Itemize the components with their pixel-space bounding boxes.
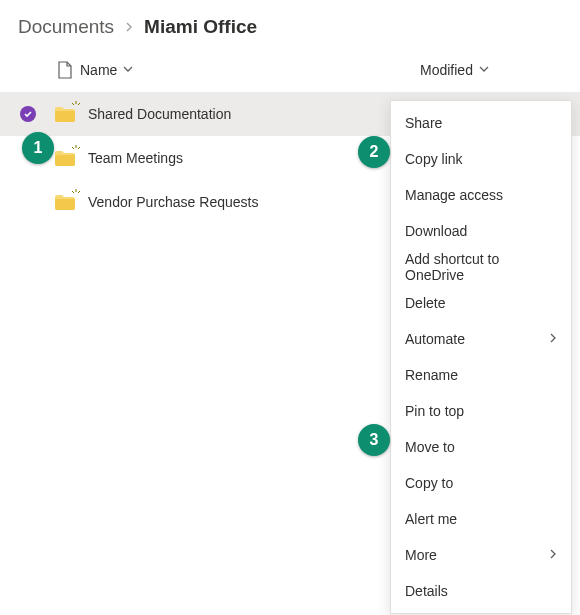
column-header-name-label: Name — [80, 62, 117, 78]
breadcrumb-parent[interactable]: Documents — [18, 16, 114, 38]
menu-item-details[interactable]: Details — [391, 573, 571, 609]
chevron-down-icon — [123, 64, 133, 76]
menu-item-alert-me[interactable]: Alert me — [391, 501, 571, 537]
step-badge-3: 3 — [358, 424, 390, 456]
file-type-header-icon[interactable] — [50, 61, 80, 79]
column-header-modified[interactable]: Modified — [420, 62, 580, 78]
folder-name[interactable]: Team Meetings — [88, 150, 183, 166]
menu-item-automate[interactable]: Automate — [391, 321, 571, 357]
menu-item-label: Add shortcut to OneDrive — [405, 251, 557, 283]
check-circle-icon — [20, 106, 36, 122]
folder-name[interactable]: Shared Documentation — [88, 106, 231, 122]
menu-item-label: Copy to — [405, 475, 453, 491]
menu-item-label: Download — [405, 223, 467, 239]
column-header-name[interactable]: Name — [80, 62, 420, 78]
chevron-down-icon — [479, 64, 489, 76]
menu-item-label: Alert me — [405, 511, 457, 527]
svg-line-8 — [78, 147, 80, 149]
breadcrumb: Documents Miami Office — [0, 0, 580, 48]
svg-line-2 — [78, 103, 80, 105]
menu-item-label: Copy link — [405, 151, 463, 167]
breadcrumb-current: Miami Office — [144, 16, 257, 38]
menu-item-copy-link[interactable]: Copy link — [391, 141, 571, 177]
menu-item-label: More — [405, 547, 437, 563]
table-header: Name Modified — [0, 48, 580, 92]
svg-line-1 — [72, 103, 74, 105]
menu-item-pin-to-top[interactable]: Pin to top — [391, 393, 571, 429]
menu-item-more[interactable]: More — [391, 537, 571, 573]
context-menu: ShareCopy linkManage accessDownloadAdd s… — [390, 100, 572, 614]
menu-item-download[interactable]: Download — [391, 213, 571, 249]
menu-item-label: Share — [405, 115, 442, 131]
menu-item-share[interactable]: Share — [391, 105, 571, 141]
menu-item-label: Pin to top — [405, 403, 464, 419]
menu-item-label: Manage access — [405, 187, 503, 203]
menu-item-label: Automate — [405, 331, 465, 347]
step-badge-1: 1 — [22, 132, 54, 164]
menu-item-label: Delete — [405, 295, 445, 311]
menu-item-label: Rename — [405, 367, 458, 383]
chevron-right-icon — [124, 19, 134, 35]
menu-item-copy-to[interactable]: Copy to — [391, 465, 571, 501]
column-header-modified-label: Modified — [420, 62, 473, 78]
chevron-right-icon — [549, 548, 557, 562]
menu-item-rename[interactable]: Rename — [391, 357, 571, 393]
folder-name[interactable]: Vendor Purchase Requests — [88, 194, 258, 210]
menu-item-add-shortcut-to-onedrive[interactable]: Add shortcut to OneDrive — [391, 249, 571, 285]
menu-item-manage-access[interactable]: Manage access — [391, 177, 571, 213]
svg-line-10 — [72, 191, 74, 193]
row-select[interactable] — [20, 106, 50, 122]
chevron-right-icon — [549, 332, 557, 346]
menu-item-label: Move to — [405, 439, 455, 455]
menu-item-delete[interactable]: Delete — [391, 285, 571, 321]
svg-line-11 — [78, 191, 80, 193]
svg-line-7 — [72, 147, 74, 149]
step-badge-2: 2 — [358, 136, 390, 168]
menu-item-move-to[interactable]: Move to — [391, 429, 571, 465]
menu-item-label: Details — [405, 583, 448, 599]
